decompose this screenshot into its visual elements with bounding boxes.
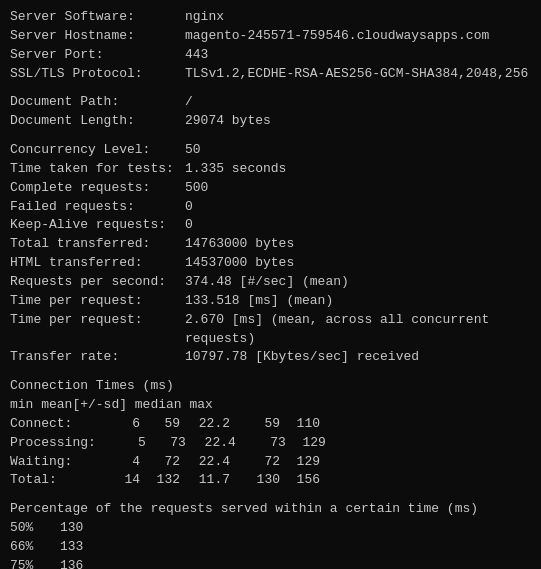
- output-container: Server Software: nginx Server Hostname: …: [10, 8, 531, 569]
- conn-row-median: 73: [236, 434, 286, 453]
- conn-row-data: 4: [90, 453, 140, 472]
- conn-row-label: Processing:: [10, 434, 96, 453]
- time-per-req2-row: Time per request: 2.670 [ms] (mean, acro…: [10, 311, 531, 349]
- pct-row: 66%133: [10, 538, 531, 557]
- keepalive-row: Keep-Alive requests: 0: [10, 216, 531, 235]
- server-software-row: Server Software: nginx: [10, 8, 531, 27]
- connection-time-row: Total:1413211.7130156: [10, 471, 531, 490]
- rps-row: Requests per second: 374.48 [#/sec] (mea…: [10, 273, 531, 292]
- transfer-rate-row: Transfer rate: 10797.78 [Kbytes/sec] rec…: [10, 348, 531, 367]
- doc-path-value: /: [185, 93, 193, 112]
- server-port-row: Server Port: 443: [10, 46, 531, 65]
- conn-row-max: 129: [286, 434, 326, 453]
- conn-row-mean: 59: [140, 415, 180, 434]
- ssl-protocol-row: SSL/TLS Protocol: TLSv1.2,ECDHE-RSA-AES2…: [10, 65, 531, 84]
- conn-row-mean: 73: [146, 434, 186, 453]
- conn-row-mean: 72: [140, 453, 180, 472]
- conn-row-median: 59: [230, 415, 280, 434]
- transfer-rate-label: Transfer rate:: [10, 348, 185, 367]
- total-transfer-row: Total transferred: 14763000 bytes: [10, 235, 531, 254]
- connection-time-row: Connect:65922.259110: [10, 415, 531, 434]
- total-transfer-value: 14763000 bytes: [185, 235, 294, 254]
- html-transfer-label: HTML transferred:: [10, 254, 185, 273]
- percentages-rows: 50%13066%13375%13680%13690%15395%15598%1…: [10, 519, 531, 569]
- conn-row-data: 6: [90, 415, 140, 434]
- conn-row-max: 156: [280, 471, 320, 490]
- conn-row-label: Connect:: [10, 415, 90, 434]
- doc-length-row: Document Length: 29074 bytes: [10, 112, 531, 131]
- conn-row-label: Waiting:: [10, 453, 90, 472]
- connection-times-columns: min mean[+/-sd] median max: [10, 396, 531, 415]
- pct-label: 50%: [10, 519, 60, 538]
- transfer-rate-value: 10797.78 [Kbytes/sec] received: [185, 348, 419, 367]
- complete-requests-row: Complete requests: 500: [10, 179, 531, 198]
- server-port-value: 443: [185, 46, 208, 65]
- connection-time-row: Waiting:47222.472129: [10, 453, 531, 472]
- pct-row: 75%136: [10, 557, 531, 569]
- conn-row-max: 110: [280, 415, 320, 434]
- pct-ms: 136: [60, 557, 110, 569]
- total-transfer-label: Total transferred:: [10, 235, 185, 254]
- complete-requests-label: Complete requests:: [10, 179, 185, 198]
- pct-label: 75%: [10, 557, 60, 569]
- rps-label: Requests per second:: [10, 273, 185, 292]
- concurrency-value: 50: [185, 141, 201, 160]
- complete-requests-value: 500: [185, 179, 208, 198]
- connection-times-rows: Connect:65922.259110Processing:57322.473…: [10, 415, 531, 490]
- failed-requests-value: 0: [185, 198, 193, 217]
- conn-row-max: 129: [280, 453, 320, 472]
- time-per-req-label: Time per request:: [10, 292, 185, 311]
- failed-requests-label: Failed requests:: [10, 198, 185, 217]
- conn-row-sd: 22.2: [180, 415, 230, 434]
- conn-row-mean: 132: [140, 471, 180, 490]
- server-hostname-value: magento-245571-759546.cloudwaysapps.com: [185, 27, 489, 46]
- conn-row-sd: 22.4: [186, 434, 236, 453]
- conn-row-data: 14: [90, 471, 140, 490]
- pct-ms: 133: [60, 538, 110, 557]
- server-hostname-label: Server Hostname:: [10, 27, 185, 46]
- time-per-req2-value: 2.670 [ms] (mean, across all concurrent …: [185, 311, 531, 349]
- time-per-req-row: Time per request: 133.518 [ms] (mean): [10, 292, 531, 311]
- html-transfer-value: 14537000 bytes: [185, 254, 294, 273]
- pct-row: 50%130: [10, 519, 531, 538]
- connection-time-row: Processing:57322.473129: [10, 434, 531, 453]
- conn-row-data: 5: [96, 434, 146, 453]
- failed-requests-row: Failed requests: 0: [10, 198, 531, 217]
- server-software-label: Server Software:: [10, 8, 185, 27]
- connection-times-header: Connection Times (ms): [10, 377, 531, 396]
- percentages-header: Percentage of the requests served within…: [10, 500, 531, 519]
- time-per-req2-label: Time per request:: [10, 311, 185, 349]
- keepalive-value: 0: [185, 216, 193, 235]
- server-software-value: nginx: [185, 8, 224, 27]
- doc-length-value: 29074 bytes: [185, 112, 271, 131]
- time-taken-label: Time taken for tests:: [10, 160, 185, 179]
- time-taken-row: Time taken for tests: 1.335 seconds: [10, 160, 531, 179]
- html-transfer-row: HTML transferred: 14537000 bytes: [10, 254, 531, 273]
- conn-row-median: 72: [230, 453, 280, 472]
- keepalive-label: Keep-Alive requests:: [10, 216, 185, 235]
- conn-row-sd: 22.4: [180, 453, 230, 472]
- conn-row-sd: 11.7: [180, 471, 230, 490]
- ssl-protocol-value: TLSv1.2,ECDHE-RSA-AES256-GCM-SHA384,2048…: [185, 65, 528, 84]
- server-hostname-row: Server Hostname: magento-245571-759546.c…: [10, 27, 531, 46]
- doc-length-label: Document Length:: [10, 112, 185, 131]
- doc-path-label: Document Path:: [10, 93, 185, 112]
- pct-ms: 130: [60, 519, 110, 538]
- server-port-label: Server Port:: [10, 46, 185, 65]
- ssl-protocol-label: SSL/TLS Protocol:: [10, 65, 185, 84]
- rps-value: 374.48 [#/sec] (mean): [185, 273, 349, 292]
- concurrency-row: Concurrency Level: 50: [10, 141, 531, 160]
- time-taken-value: 1.335 seconds: [185, 160, 286, 179]
- concurrency-label: Concurrency Level:: [10, 141, 185, 160]
- doc-path-row: Document Path: /: [10, 93, 531, 112]
- time-per-req-value: 133.518 [ms] (mean): [185, 292, 333, 311]
- pct-label: 66%: [10, 538, 60, 557]
- conn-row-median: 130: [230, 471, 280, 490]
- conn-row-label: Total:: [10, 471, 90, 490]
